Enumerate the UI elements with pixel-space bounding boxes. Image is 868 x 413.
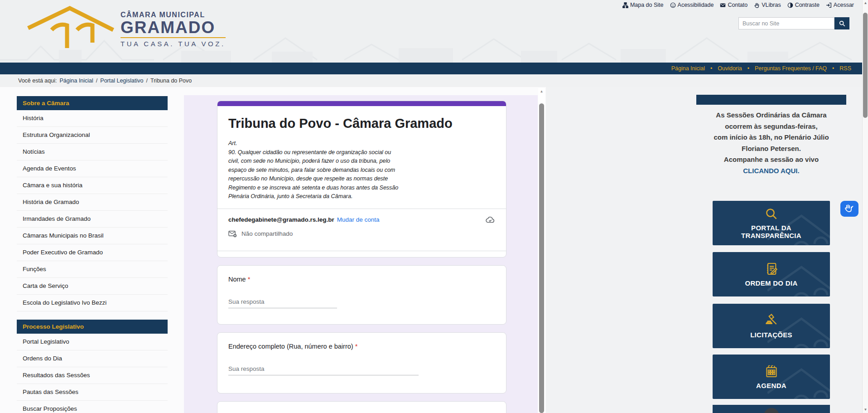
watch-live-link[interactable]: CLICANDO AQUI. xyxy=(743,167,799,175)
sidebar-item[interactable]: Funções xyxy=(17,261,168,278)
brand-rule xyxy=(121,37,226,38)
page: Mapa do Site Acessibilidade Contato VLib… xyxy=(0,0,868,413)
page-scrollbar-down-arrow[interactable]: ▼ xyxy=(863,408,868,412)
sitemap-icon xyxy=(622,2,628,8)
switch-account-link[interactable]: Mudar de conta xyxy=(337,216,380,223)
search-input[interactable] xyxy=(738,17,834,29)
form-scrollbar[interactable]: ▲ xyxy=(538,88,545,413)
link-contraste[interactable]: Contraste xyxy=(787,2,820,8)
sidebar-section-sobre-a-camara[interactable]: Sobre a Câmara xyxy=(17,96,168,110)
session-notice-line: ocorrem às segundas-feiras, xyxy=(692,121,851,132)
sidebar-item[interactable]: Carta de Serviço xyxy=(17,278,168,295)
session-notice-line: Floriano Petersen. xyxy=(692,143,851,155)
navbar-links: Página InicialOuvidoriaPerguntas Frequen… xyxy=(671,65,851,72)
utility-link-label: Contraste xyxy=(795,2,820,8)
link-vlibras[interactable]: VLibras xyxy=(754,2,781,8)
form-title-card: Tribuna do Povo - Câmara Gramado Art.90.… xyxy=(217,101,506,258)
not-shared-icon xyxy=(228,229,237,238)
licitacoes-button[interactable]: LICITAÇÕES xyxy=(713,304,830,348)
session-notice: As Sessões Ordinárias da Câmaraocorrem à… xyxy=(692,110,851,176)
navbar-link[interactable]: Página Inicial xyxy=(671,65,705,72)
vlibras-hands-icon xyxy=(844,204,855,214)
navbar-link[interactable]: RSS xyxy=(839,65,851,72)
form-description-line: Regimento e se inscreva até setenta e du… xyxy=(228,184,495,193)
sidebar-item[interactable]: Câmara e sua história xyxy=(17,177,168,194)
side-button-label: LICITAÇÕES xyxy=(750,331,792,339)
session-notice-line: As Sessões Ordinárias da Câmara xyxy=(692,110,851,121)
sidebar-item[interactable]: Pautas das Sessões xyxy=(17,384,168,401)
sidebar-item[interactable]: Ordens do Dia xyxy=(17,350,168,367)
agenda-button[interactable]: AGENDA xyxy=(713,355,830,399)
calendar-icon xyxy=(764,364,779,379)
field-label: Endereço completo (Rua, número e bairro)… xyxy=(228,343,495,350)
utility-link-label: VLibras xyxy=(762,2,781,8)
form-description-line: Art. xyxy=(228,139,495,148)
brand-name: GRAMADO xyxy=(121,19,226,36)
share-status-label: Não compartilhado xyxy=(241,230,293,237)
vlibras-widget-button[interactable] xyxy=(840,201,858,217)
navbar-item: Página Inicial xyxy=(671,65,705,72)
sidebar-item[interactable]: Câmaras Municipais no Brasil xyxy=(17,228,168,244)
ordem-do-dia-button[interactable]: ORDEM DO DIA xyxy=(713,252,830,296)
sidebar-item[interactable]: Escola do Legislativo Ivo Bezzi xyxy=(17,295,168,311)
main-navbar: Página InicialOuvidoriaPerguntas Frequen… xyxy=(0,63,862,74)
required-asterisk: * xyxy=(248,276,251,283)
form-scrollbar-thumb[interactable] xyxy=(539,103,544,413)
logo[interactable]: CÂMARA MUNICIPAL GRAMADO TUA CASA. TUA V… xyxy=(26,5,226,50)
sidebar-item[interactable]: Poder Executivo de Gramado xyxy=(17,244,168,261)
sidebar-item[interactable]: Irmandades de Gramado xyxy=(17,211,168,228)
form-description-line: 90. Qualquer cidadão ou representante de… xyxy=(228,148,495,157)
required-asterisk: * xyxy=(355,343,358,350)
sidebar-section-processo-legislativo[interactable]: Processo Legislativo xyxy=(17,320,168,334)
nome-input[interactable] xyxy=(228,296,337,308)
form-field-endereco: Endereço completo (Rua, número e bairro)… xyxy=(217,332,506,394)
sidebar-item[interactable]: Resultados das Sessões xyxy=(17,367,168,384)
breadcrumb-link-home[interactable]: Página Inicial xyxy=(59,78,93,84)
breadcrumb-separator: / xyxy=(146,78,148,84)
page-scrollbar-up-arrow[interactable]: ▲ xyxy=(863,1,868,5)
breadcrumb-link-portal[interactable]: Portal Legislativo xyxy=(100,78,143,84)
side-button-label: PORTAL DA TRANSPARÊNCIA xyxy=(725,224,817,239)
session-notice-line: com início às 18h, no Plenário Júlio xyxy=(692,132,851,143)
form-description-line: espaço de sete minutos, para falar sobre… xyxy=(228,166,495,175)
endereco-input[interactable] xyxy=(228,364,419,375)
search-button[interactable] xyxy=(834,17,849,29)
sidebar-item[interactable]: Notícias xyxy=(17,144,168,160)
field-label-text: Endereço completo (Rua, número e bairro) xyxy=(228,343,353,350)
breadcrumb-separator: / xyxy=(96,78,97,84)
navbar-item: Ouvidoria xyxy=(705,65,742,72)
page-scrollbar[interactable]: ▲ ▼ xyxy=(862,0,868,413)
sidebar-item[interactable]: Portal Legislativo xyxy=(17,334,168,350)
portal-transparencia-button[interactable]: PORTAL DA TRANSPARÊNCIA xyxy=(713,201,830,245)
form-scrollbar-up-arrow[interactable]: ▲ xyxy=(538,89,545,93)
site-header: Mapa do Site Acessibilidade Contato VLib… xyxy=(0,0,862,63)
embedded-form-area: Tribuna do Povo - Câmara Gramado Art.90.… xyxy=(184,95,538,413)
sidebar-item[interactable]: História de Gramado xyxy=(17,194,168,211)
link-acessar[interactable]: Acessar xyxy=(826,2,854,8)
logo-roof-icon xyxy=(26,5,117,50)
order-list-icon xyxy=(764,262,779,276)
navbar-link[interactable]: Perguntas Frequentes / FAQ xyxy=(755,65,827,72)
session-notice-lines: As Sessões Ordinárias da Câmaraocorrem à… xyxy=(692,110,851,165)
link-mapa-do-site[interactable]: Mapa do Site xyxy=(622,2,664,8)
hand-icon xyxy=(754,2,760,8)
navbar-link[interactable]: Ouvidoria xyxy=(718,65,742,72)
sidebar-item[interactable]: Estrutura Organizacional xyxy=(17,127,168,144)
breadcrumb-current: Tribuna do Povo xyxy=(150,78,192,84)
right-column-header-bar xyxy=(696,95,846,105)
link-contato[interactable]: Contato xyxy=(720,2,747,8)
sidebar-item[interactable]: História xyxy=(17,110,168,127)
required-note: * Indica uma pergunta obrigatória xyxy=(217,251,506,258)
sidebar-item[interactable]: Agenda de Eventos xyxy=(17,160,168,177)
breadcrumb: Você está aqui: Página Inicial / Portal … xyxy=(0,74,862,87)
link-acessibilidade[interactable]: Acessibilidade xyxy=(670,2,714,8)
account-email: chefedegabinete@gramado.rs.leg.br xyxy=(228,216,334,223)
form-description-line: civil, com sede no Município, poderá faz… xyxy=(228,157,495,166)
next-side-button-cut-off[interactable] xyxy=(713,405,830,413)
account-row: chefedegabinete@gramado.rs.leg.br Mudar … xyxy=(217,209,506,226)
page-scrollbar-thumb[interactable] xyxy=(863,13,868,118)
form-title: Tribuna do Povo - Câmara Gramado xyxy=(228,116,495,131)
accessibility-icon xyxy=(670,2,676,8)
sidebar-item[interactable]: Buscar Proposições xyxy=(17,401,168,413)
gavel-icon xyxy=(764,313,779,328)
